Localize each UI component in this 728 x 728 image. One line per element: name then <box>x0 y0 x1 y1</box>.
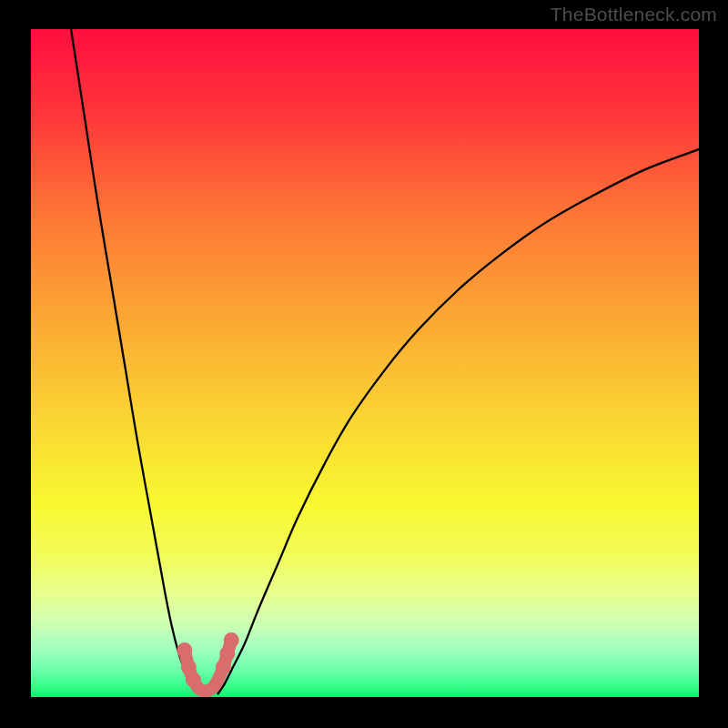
watermark-text: TheBottleneck.com <box>551 4 717 25</box>
svg-point-0 <box>177 642 192 658</box>
bottleneck-chart <box>31 29 699 697</box>
svg-point-2 <box>186 672 201 687</box>
plot-area <box>31 29 699 697</box>
gradient-rect <box>31 29 699 697</box>
svg-point-4 <box>219 646 235 662</box>
svg-point-3 <box>216 659 231 674</box>
app-frame: TheBottleneck.com <box>0 0 728 728</box>
svg-point-5 <box>224 632 239 648</box>
